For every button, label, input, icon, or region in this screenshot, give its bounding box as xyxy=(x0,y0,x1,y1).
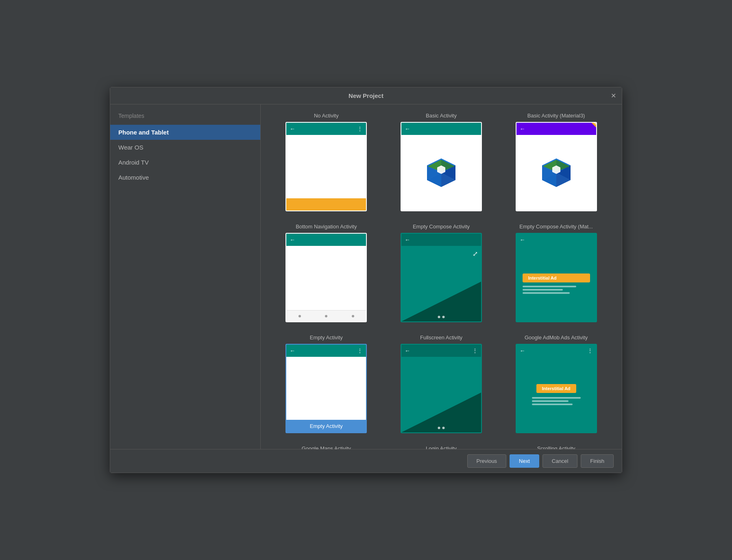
template-empty-compose-material[interactable]: Empty Compose Activity (Mat... ← Interst… xyxy=(503,224,610,322)
dots-icon: ⋮ xyxy=(587,347,593,354)
template-scrolling[interactable]: Scrolling Activity ← ⋮ + xyxy=(503,445,610,449)
fullscreen-icon: ⤢ xyxy=(473,250,478,258)
dots-icon: ⋮ xyxy=(357,126,363,132)
cube-container xyxy=(401,135,481,211)
nav-dot-1 xyxy=(298,315,301,317)
next-button[interactable]: Next xyxy=(510,454,539,468)
admob-content-lines xyxy=(532,397,581,405)
template-admob[interactable]: Google AdMob Ads Activity ← ⋮ Interstiti… xyxy=(503,334,610,433)
template-label-empty-activity: Empty Activity xyxy=(310,334,343,341)
thumbnail-no-activity: ← ⋮ xyxy=(285,122,367,211)
sidebar-label: Templates xyxy=(110,113,260,125)
template-bottom-navigation[interactable]: Bottom Navigation Activity ← xyxy=(273,224,380,322)
title-bar: New Project ✕ xyxy=(110,87,622,104)
back-arrow-icon: ← xyxy=(520,237,525,243)
template-basic-activity-material3[interactable]: Basic Activity (Material3) ← xyxy=(503,113,610,211)
nav-dot-3 xyxy=(352,315,354,317)
template-label-empty-compose-mat: Empty Compose Activity (Mat... xyxy=(519,224,593,230)
dot-1 xyxy=(438,427,440,429)
back-arrow-icon: ← xyxy=(290,237,295,243)
thumbnail-empty-compose: ← ⤢ xyxy=(401,233,482,322)
template-label-maps: Google Maps Activity xyxy=(302,445,351,449)
compose-cube-icon xyxy=(425,156,458,189)
interstitial-ad-label: Interstitial Ad xyxy=(523,273,590,282)
template-empty-activity[interactable]: Empty Activity ← ⋮ Empty Activity xyxy=(273,334,380,433)
template-label-basic-activity: Basic Activity xyxy=(426,113,457,119)
dots-decoration xyxy=(438,427,444,429)
template-label-scrolling: Scrolling Activity xyxy=(537,445,575,449)
template-label-bottom-nav: Bottom Navigation Activity xyxy=(296,224,357,230)
template-label-login: Login Activity xyxy=(426,445,457,449)
back-arrow-icon: ← xyxy=(290,126,295,132)
back-arrow-icon: ← xyxy=(290,347,295,354)
thumbnail-bottom-nav: ← xyxy=(285,233,367,322)
diagonal-decoration xyxy=(401,281,482,321)
yellow-bar xyxy=(286,198,366,211)
template-fullscreen-activity[interactable]: Fullscreen Activity ← ⋮ xyxy=(388,334,495,433)
back-arrow-icon: ← xyxy=(520,347,525,354)
compose-topbar: ← xyxy=(401,234,481,246)
bottom-navigation-bar xyxy=(286,310,366,321)
template-label-material3: Basic Activity (Material3) xyxy=(527,113,585,119)
dots-decoration xyxy=(438,316,444,318)
thumbnail-empty-activity: ← ⋮ Empty Activity xyxy=(285,344,367,433)
sidebar-item-automotive[interactable]: Automotive xyxy=(110,170,260,185)
template-google-maps[interactable]: Google Maps Activity ← ⋮ 📍 xyxy=(273,445,380,449)
selected-label: Empty Activity xyxy=(286,420,366,432)
preview-badge: PREVIEW xyxy=(572,123,596,147)
interstitial-ad-btn: Interstitial Ad xyxy=(536,384,576,393)
finish-button[interactable]: Finish xyxy=(581,454,614,468)
dot-1 xyxy=(438,316,440,318)
previous-button[interactable]: Previous xyxy=(467,454,507,468)
template-empty-compose[interactable]: Empty Compose Activity ← ⤢ xyxy=(388,224,495,322)
cancel-button[interactable]: Cancel xyxy=(542,454,577,468)
dialog-body: Templates Phone and Tablet Wear OS Andro… xyxy=(110,104,622,449)
thumbnail-basic-activity: ← xyxy=(401,122,482,211)
back-arrow-icon: ← xyxy=(520,126,525,132)
content-lines xyxy=(523,286,590,294)
thumbnail-admob: ← ⋮ Interstitial Ad xyxy=(516,344,597,433)
thumbnail-material3: ← xyxy=(516,122,597,211)
sidebar-item-android-tv[interactable]: Android TV xyxy=(110,155,260,170)
template-label-empty-compose: Empty Compose Activity xyxy=(413,224,470,230)
dialog-footer: Previous Next Cancel Finish xyxy=(110,449,622,473)
template-no-activity[interactable]: No Activity ← ⋮ xyxy=(273,113,380,211)
back-arrow-icon: ← xyxy=(405,347,410,354)
template-basic-activity[interactable]: Basic Activity ← xyxy=(388,113,495,211)
template-label-admob: Google AdMob Ads Activity xyxy=(525,334,588,341)
thumbnail-fullscreen: ← ⋮ xyxy=(401,344,482,433)
sidebar-item-wear-os[interactable]: Wear OS xyxy=(110,140,260,155)
dot-2 xyxy=(442,427,444,429)
nav-dot-2 xyxy=(325,315,327,317)
menu-dots-icon: ⋮ xyxy=(472,347,478,354)
back-arrow-icon: ← xyxy=(405,237,410,243)
sidebar-item-phone-tablet[interactable]: Phone and Tablet xyxy=(110,125,260,140)
template-login[interactable]: Login Activity ← ⋮ ★ ★ ★ ★ xyxy=(388,445,495,449)
template-label-fullscreen: Fullscreen Activity xyxy=(420,334,462,341)
back-arrow-icon: ← xyxy=(405,126,410,132)
sidebar: Templates Phone and Tablet Wear OS Andro… xyxy=(110,104,261,449)
fullscreen-topbar: ← ⋮ xyxy=(401,345,481,357)
close-button[interactable]: ✕ xyxy=(611,93,616,99)
dot-2 xyxy=(442,316,444,318)
dialog-title: New Project xyxy=(349,92,383,99)
dots-icon: ⋮ xyxy=(357,347,363,354)
template-grid: No Activity ← ⋮ Basic Activity ← xyxy=(261,104,622,449)
compose-cube-m3-icon xyxy=(540,156,573,189)
template-label-no-activity: No Activity xyxy=(314,113,339,119)
diagonal-decoration xyxy=(401,392,482,432)
thumbnail-empty-compose-mat: ← Interstitial Ad xyxy=(516,233,597,322)
new-project-dialog: New Project ✕ Templates Phone and Tablet… xyxy=(110,87,622,473)
